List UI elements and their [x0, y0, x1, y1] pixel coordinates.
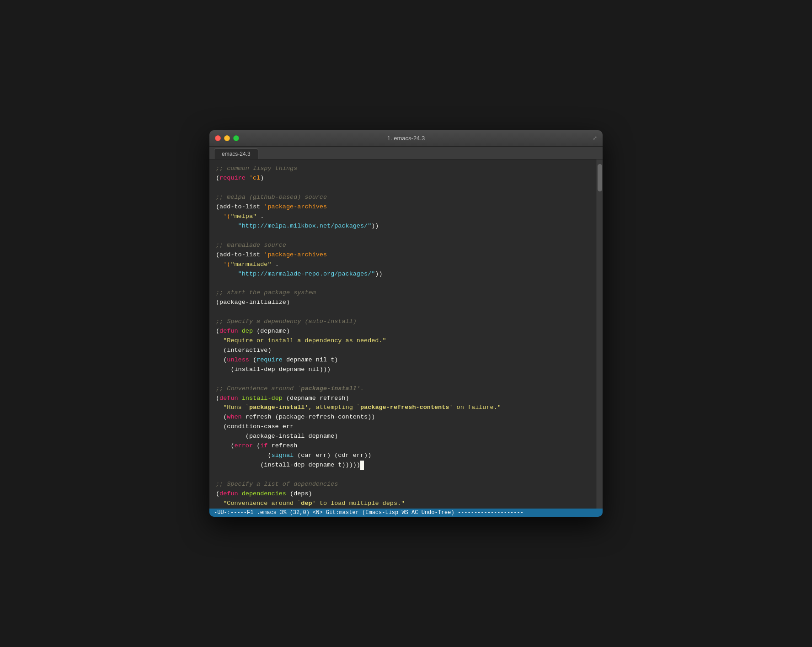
scrollbar[interactable] [596, 159, 603, 508]
tabs-bar: emacs-24.3 [209, 147, 603, 159]
status-bar: -UU-:-----F1 .emacs 3% (32,0) <N> Git:ma… [209, 509, 603, 517]
emacs-window: 1. emacs-24.3 ⤢ emacs-24.3 ;; common lis… [209, 130, 603, 516]
tab-emacs[interactable]: emacs-24.3 [214, 148, 258, 159]
close-button[interactable] [215, 135, 221, 141]
scrollbar-thumb[interactable] [598, 164, 602, 191]
traffic-lights [215, 135, 239, 141]
titlebar: 1. emacs-24.3 ⤢ [209, 130, 603, 147]
code-block: ;; common lispy things (require 'cl) ;; … [216, 164, 596, 508]
window-title: 1. emacs-24.3 [387, 135, 425, 142]
code-content[interactable]: ;; common lispy things (require 'cl) ;; … [209, 159, 596, 508]
minimize-button[interactable] [224, 135, 230, 141]
editor-area: ;; common lispy things (require 'cl) ;; … [209, 159, 603, 508]
maximize-button[interactable] [233, 135, 239, 141]
expand-icon[interactable]: ⤢ [593, 135, 597, 142]
status-text: -UU-:-----F1 .emacs 3% (32,0) <N> Git:ma… [214, 509, 524, 516]
